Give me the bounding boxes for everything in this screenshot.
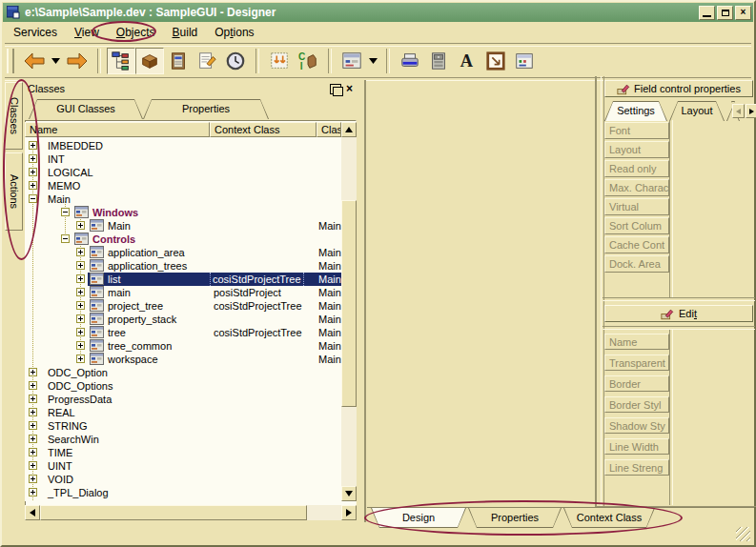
tree-horizontal-scrollbar[interactable] — [25, 505, 357, 520]
expand-icon[interactable] — [29, 368, 37, 376]
expand-icon[interactable] — [29, 461, 37, 470]
toolbar-button-dropdown-arrow[interactable] — [49, 48, 63, 74]
tree-row-application-trees[interactable]: application_treesMain — [25, 259, 341, 273]
tree-row-void[interactable]: VOID — [25, 473, 341, 486]
toolbar-button-component[interactable] — [135, 48, 164, 74]
toolbar-button-back-arrow[interactable] — [20, 48, 49, 74]
tree-row-memo[interactable]: MEMO — [25, 179, 341, 192]
tree-row-workspace[interactable]: workspaceMain — [25, 353, 341, 366]
expand-icon[interactable] — [76, 288, 85, 296]
resize-grip[interactable] — [736, 527, 750, 541]
style-border-button[interactable]: Border — [604, 375, 669, 392]
tree-vertical-scrollbar[interactable] — [341, 122, 357, 501]
menu-build[interactable]: Build — [164, 24, 207, 41]
prop-font-button[interactable]: Font — [604, 122, 669, 139]
menu-services[interactable]: Services — [5, 24, 66, 41]
tree-row-project-tree[interactable]: project_treecosiStdProjectTreeMain — [25, 299, 341, 313]
tree-row-tpl-dialog[interactable]: _TPL_Dialog — [25, 486, 341, 499]
tree-row-windows[interactable]: Windows — [25, 206, 341, 219]
column-class[interactable]: Class — [317, 122, 341, 137]
tree-row-string[interactable]: STRING — [25, 419, 341, 433]
tab-properties[interactable]: Properties — [143, 99, 269, 119]
tree-row-main[interactable]: MainMain — [25, 219, 341, 233]
tree-row-int[interactable]: INT — [25, 152, 341, 166]
close-panel-icon[interactable]: × — [346, 83, 353, 94]
style-line-streng-button[interactable]: Line Streng — [604, 459, 669, 476]
tree-row-logical[interactable]: LOGICAL — [25, 166, 341, 179]
style-shadow-sty-button[interactable]: Shadow Sty — [604, 417, 669, 434]
expand-icon[interactable] — [29, 488, 37, 496]
tree-row-application-area[interactable]: application_areaMain — [25, 246, 341, 259]
tab-layout[interactable]: Layout — [669, 101, 725, 121]
tree-row-tpl-dialogextended[interactable]: _TPL_DialogExtended — [25, 499, 341, 501]
tree-row-property-stack[interactable]: property_stackMain — [25, 313, 341, 326]
field-control-properties-button[interactable]: Field control properties — [604, 80, 753, 97]
expand-icon[interactable] — [29, 421, 37, 430]
expand-icon[interactable] — [29, 475, 37, 483]
column-name[interactable]: Name — [25, 122, 210, 137]
style-transparent-button[interactable]: Transparent — [604, 355, 669, 371]
toolbar-button-image[interactable] — [481, 48, 510, 74]
toolbar-button-clock[interactable] — [221, 48, 250, 74]
tab-scroll-left-button[interactable] — [732, 104, 745, 118]
tree-row-time[interactable]: TIME — [25, 446, 341, 459]
collapse-icon[interactable] — [61, 208, 70, 216]
scroll-up-button[interactable] — [341, 122, 357, 137]
prop-read-only-button[interactable]: Read only — [604, 160, 669, 177]
toolbar-button-book[interactable] — [164, 48, 193, 74]
expand-icon[interactable] — [76, 248, 85, 256]
close-button[interactable]: × — [735, 6, 751, 20]
style-line-width-button[interactable]: Line Width — [604, 438, 669, 455]
tree-row-tree[interactable]: treecosiStdProjectTreeMain — [25, 326, 341, 339]
expand-icon[interactable] — [76, 341, 85, 350]
expand-icon[interactable] — [76, 274, 85, 283]
toolbar-button-cabinet[interactable] — [424, 48, 453, 74]
toolbar-button-dropdown-arrow[interactable] — [366, 48, 380, 74]
edit-button[interactable]: Edit — [604, 305, 753, 322]
tree-row-main[interactable]: Main — [25, 192, 341, 206]
tree-row-imbedded[interactable]: IMBEDDED — [25, 139, 341, 152]
tree-row-controls[interactable]: Controls — [25, 233, 341, 246]
toolbar-button-edit-document[interactable] — [193, 48, 221, 74]
tree-row-uint[interactable]: UINT — [25, 459, 341, 473]
expand-icon[interactable] — [76, 301, 85, 310]
toolbar-button-forward-arrow[interactable] — [63, 48, 92, 74]
expand-icon[interactable] — [29, 408, 37, 416]
tab-scroll-right-button[interactable] — [746, 104, 756, 118]
expand-icon[interactable] — [29, 381, 37, 390]
tree-row-tree-common[interactable]: tree_commonMain — [25, 339, 341, 353]
tree-row-searchwin[interactable]: SearchWin — [25, 433, 341, 446]
prop-virtual-button[interactable]: Virtual — [604, 198, 669, 215]
scroll-left-button[interactable] — [25, 505, 40, 520]
tree-row-main[interactable]: mainposiStdProjectMain — [25, 286, 341, 299]
tree-row-real[interactable]: REAL — [25, 406, 341, 419]
expand-icon[interactable] — [29, 395, 37, 403]
toolbar-button-window-form[interactable] — [510, 48, 539, 74]
tab-settings[interactable]: Settings — [604, 101, 667, 121]
tree-row-list[interactable]: listcosiStdProjectTreeMain — [25, 273, 341, 286]
expand-icon[interactable] — [76, 314, 85, 323]
tree-row-progressdata[interactable]: ProgressData — [25, 393, 341, 406]
minimize-button[interactable] — [699, 6, 715, 20]
expand-icon[interactable] — [76, 221, 85, 230]
scroll-right-button[interactable] — [341, 505, 357, 520]
maximize-button[interactable] — [717, 6, 733, 20]
vertical-scroll-thumb[interactable] — [341, 200, 357, 407]
tab-gui-classes[interactable]: GUI Classes — [29, 99, 143, 119]
expand-icon[interactable] — [29, 435, 37, 443]
toolbar-button-form-select[interactable] — [337, 48, 366, 74]
collapse-icon[interactable] — [61, 234, 70, 243]
expand-icon[interactable] — [76, 355, 85, 363]
style-border-styl-button[interactable]: Border Styl — [604, 396, 669, 413]
prop-sort-colum-button[interactable]: Sort Colum — [604, 217, 669, 234]
toolbar-button-printer[interactable] — [396, 48, 424, 74]
prop-layout-button[interactable]: Layout — [604, 141, 669, 158]
expand-icon[interactable] — [76, 261, 85, 270]
prop-cache-cont-button[interactable]: Cache Cont — [604, 236, 669, 253]
scroll-down-button[interactable] — [341, 486, 357, 501]
float-panel-icon[interactable] — [330, 84, 341, 94]
prop-max-charac-button[interactable]: Max. Charac — [604, 179, 669, 196]
title-bar[interactable]: e:\Sample\Sample.dev : SampleGUI - Desig… — [3, 3, 753, 22]
menu-options[interactable]: Options — [206, 24, 262, 41]
tree-row-odc-option[interactable]: ODC_Option — [25, 366, 341, 379]
